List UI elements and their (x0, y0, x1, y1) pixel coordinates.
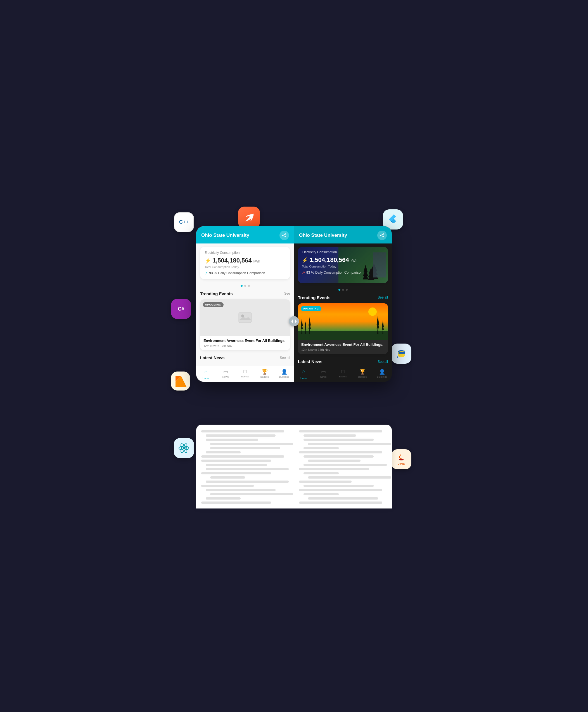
right-buildings-icon: 👤 (379, 369, 385, 375)
right-event-title: Environment Awerness Event For All Build… (301, 342, 384, 347)
left-news-header: Latest News See all (196, 353, 294, 362)
right-nav-home-label: Home (300, 377, 307, 380)
code-line (201, 502, 271, 504)
phone-cards-wrapper: Ohio State University Electricity Consum… (196, 226, 392, 382)
left-share-button[interactable] (279, 231, 289, 240)
left-dot-2 (244, 285, 246, 287)
kotlin-icon (171, 372, 190, 391)
code-line (303, 493, 339, 495)
code-line (299, 468, 369, 470)
code-line (299, 502, 382, 504)
code-line (201, 455, 284, 458)
left-nav-buildings[interactable]: 👤 Buildings (274, 368, 294, 381)
right-home-icon: ⌂ (302, 369, 306, 375)
svg-point-16 (285, 236, 286, 237)
left-elec-percent: 93 (209, 271, 213, 275)
right-events-icon: □ (341, 369, 344, 375)
code-line (210, 476, 245, 479)
code-line (303, 447, 339, 449)
right-news-see-all[interactable]: See all (378, 360, 388, 364)
code-line (206, 468, 289, 470)
right-phone-card: Ohio State University (294, 226, 392, 382)
left-see-all[interactable]: See (284, 292, 290, 295)
left-nav-badges[interactable]: 🏆 Badges (255, 368, 274, 381)
left-elec-compare: ↗ 93 % Daily Consumption Comparison (205, 271, 286, 275)
right-elec-compare: ↗ 93 % Daily Consumption Comparison (302, 270, 384, 275)
right-elec-sublabel: Total Consumption Today (302, 265, 384, 268)
right-badges-icon: 🏆 (359, 369, 365, 375)
code-line (299, 451, 382, 454)
right-dot-2 (342, 289, 344, 291)
left-elec-unit: kWh (253, 259, 260, 263)
left-elec-icon: ⚡ (205, 258, 211, 264)
right-trend-icon: ↗ (302, 270, 305, 275)
right-elec-overlay: Electricity Consumption ⚡ 1,504,180,564 … (298, 247, 388, 283)
right-news-header: Latest News See all (294, 357, 392, 365)
react-icon (174, 438, 194, 458)
left-trend-icon: ↗ (205, 271, 208, 275)
left-bottom-nav: ⌂ Home ▭ News □ Events 🏆 Badges 👤 (196, 365, 294, 382)
left-nav-news[interactable]: ▭ News (216, 368, 235, 381)
right-nav-badges[interactable]: 🏆 Badges (353, 368, 372, 381)
right-nav-underline (301, 376, 307, 376)
swift-icon (238, 207, 260, 228)
right-code-panel (294, 425, 392, 508)
left-news-title: Latest News (200, 355, 225, 360)
right-dots (294, 287, 392, 293)
left-nav-events-label: Events (241, 375, 249, 378)
left-home-icon: ⌂ (205, 369, 208, 375)
svg-line-18 (284, 236, 285, 236)
right-trending-header: Trending Events See all (294, 293, 392, 301)
left-university-title: Ohio State University (201, 233, 249, 238)
right-see-all[interactable]: See all (378, 295, 388, 299)
left-compare-label: Daily Consumption Comparison (218, 271, 265, 275)
left-nav-events[interactable]: □ Events (235, 368, 255, 381)
left-dot-1 (240, 285, 243, 287)
right-event-image: UPCOMING (298, 303, 388, 340)
svg-line-25 (381, 234, 383, 235)
java-label: Java (398, 462, 405, 465)
left-dots (196, 282, 294, 289)
code-line (201, 485, 254, 487)
right-card-header: Ohio State University (294, 226, 392, 244)
code-line (308, 497, 378, 500)
right-electricity-card: Electricity Consumption ⚡ 1,504,180,564 … (298, 247, 388, 283)
right-nav-news[interactable]: ▭ News (314, 368, 333, 381)
cpp-icon: C++ (174, 212, 194, 232)
left-phone-card: Ohio State University Electricity Consum… (196, 226, 294, 382)
code-line (206, 451, 240, 454)
code-line (201, 472, 271, 475)
right-elec-icon: ⚡ (302, 257, 308, 263)
code-line (299, 481, 352, 483)
code-line (210, 493, 293, 495)
code-line (303, 464, 387, 466)
left-electricity-card: Electricity Consumption ⚡ 1,504,180,564 … (200, 247, 290, 279)
svg-marker-28 (295, 319, 297, 323)
svg-point-24 (383, 236, 384, 237)
left-trending-title: Trending Events (200, 291, 233, 296)
left-news-see-all[interactable]: See all (280, 356, 290, 360)
svg-point-22 (383, 233, 384, 234)
right-news-title: Latest News (298, 359, 322, 364)
compare-toggle-icon[interactable] (289, 316, 299, 326)
right-nav-buildings[interactable]: 👤 Buildings (372, 368, 392, 381)
left-nav-home[interactable]: ⌂ Home (196, 368, 216, 381)
right-nav-events[interactable]: □ Events (333, 368, 353, 381)
right-event-date: 12th Nov to 17th Nov (301, 348, 384, 351)
left-nav-badges-label: Badges (260, 375, 269, 378)
right-elec-value: 1,504,180,564 (310, 256, 349, 264)
code-line (206, 439, 258, 441)
code-line (308, 476, 391, 479)
right-nav-home[interactable]: ⌂ Home (294, 368, 314, 381)
python-icon (391, 343, 412, 364)
svg-marker-27 (291, 319, 293, 323)
left-trending-header: Trending Events See (196, 289, 294, 298)
right-share-button[interactable] (377, 231, 387, 240)
svg-point-23 (380, 235, 381, 236)
svg-line-17 (284, 234, 285, 235)
right-trending-title: Trending Events (298, 295, 331, 300)
left-elec-sublabel: Total Consumption Today (205, 265, 286, 269)
svg-rect-19 (239, 313, 252, 322)
code-line (308, 460, 360, 462)
right-dot-3 (346, 289, 348, 291)
